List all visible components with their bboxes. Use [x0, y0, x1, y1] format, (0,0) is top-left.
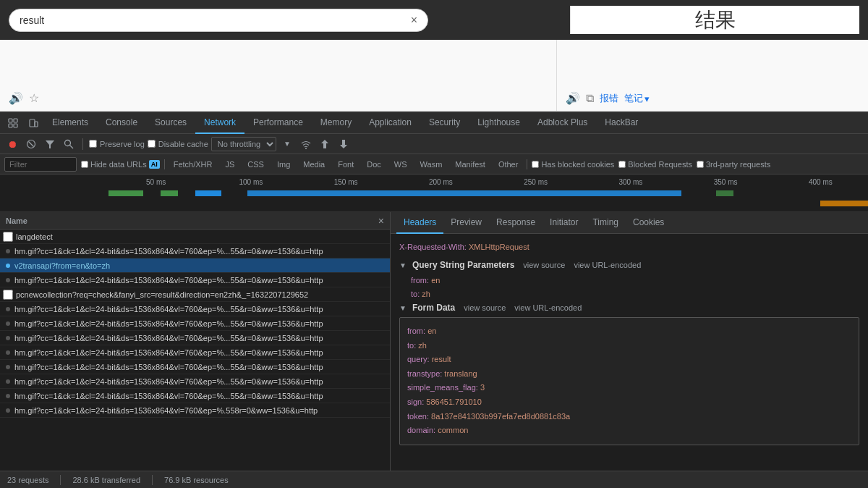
preserve-log-checkbox[interactable]: Preserve log: [89, 140, 145, 148]
filter-separator-2: [527, 159, 527, 169]
devtools-filter-bar: Hide data URLs AI Fetch/XHR JS CSS Img M…: [0, 154, 868, 174]
svg-line-7: [29, 141, 34, 146]
download-icon[interactable]: [336, 136, 352, 152]
request-checkbox-langdetect[interactable]: [3, 232, 13, 242]
throttle-select[interactable]: No throttling: [211, 137, 276, 151]
request-item-hm6[interactable]: hm.gif?cc=1&ck=1&cl=24-bit&ds=1536x864&v…: [0, 345, 390, 360]
status-transferred: 28.6 kB transferred: [72, 476, 140, 484]
header-tab-response[interactable]: Response: [489, 212, 542, 234]
form-data-transtype: transtype: translang: [407, 368, 851, 381]
sound-icon[interactable]: 🔊: [9, 91, 23, 105]
tab-lighthouse[interactable]: Lighthouse: [469, 112, 529, 134]
query-param-to: to: zh: [411, 288, 859, 300]
query-view-url-encoded-link[interactable]: view URL-encoded: [574, 261, 641, 269]
inspect-icon[interactable]: [3, 113, 23, 133]
tab-console[interactable]: Console: [97, 112, 146, 134]
tab-memory[interactable]: Memory: [312, 112, 360, 134]
header-tab-preview[interactable]: Preview: [443, 212, 489, 234]
tab-security[interactable]: Security: [420, 112, 469, 134]
request-item-hm4[interactable]: hm.gif?cc=1&ck=1&cl=24-bit&ds=1536x864&v…: [0, 316, 390, 331]
request-item-hm1[interactable]: hm.gif?cc=1&ck=1&cl=24-bit&ds=1536x864&v…: [0, 244, 390, 258]
filter-css[interactable]: CSS: [243, 159, 268, 169]
left-content: 🔊 ☆: [0, 40, 557, 111]
form-view-source-link[interactable]: view source: [464, 303, 506, 312]
record-button[interactable]: ⏺: [4, 136, 20, 152]
search-button[interactable]: [61, 136, 77, 152]
svg-rect-2: [9, 124, 12, 127]
filter-ws[interactable]: WS: [390, 159, 412, 169]
blocked-requests-checkbox[interactable]: Blocked Requests: [618, 160, 692, 169]
throttle-dropdown-icon[interactable]: ▼: [279, 136, 295, 152]
tab-network[interactable]: Network: [195, 112, 244, 134]
req-dot-10: [6, 408, 10, 413]
request-item-hm5[interactable]: hm.gif?cc=1&ck=1&cl=24-bit&ds=1536x864&v…: [0, 331, 390, 345]
svg-rect-0: [9, 119, 12, 122]
search-bar-close[interactable]: ×: [411, 14, 417, 27]
filter-js[interactable]: JS: [221, 159, 239, 169]
search-bar[interactable]: result ×: [9, 9, 428, 32]
wifi-icon[interactable]: [298, 136, 314, 152]
req-dot-9: [6, 394, 10, 398]
svg-rect-5: [35, 122, 38, 127]
close-panel-button[interactable]: ×: [378, 215, 384, 227]
form-data-sign: sign: 586451.791010: [407, 396, 851, 409]
disable-cache-checkbox[interactable]: Disable cache: [148, 140, 208, 148]
filter-doc[interactable]: Doc: [362, 159, 386, 169]
request-item-hm9[interactable]: hm.gif?cc=1&ck=1&cl=24-bit&ds=1536x864&v…: [0, 389, 390, 403]
filter-toggle-button[interactable]: [42, 136, 58, 152]
tab-application[interactable]: Application: [360, 112, 420, 134]
copy-icon[interactable]: ⧉: [586, 92, 594, 105]
filter-font[interactable]: Font: [333, 159, 358, 169]
filter-img[interactable]: Img: [273, 159, 294, 169]
request-item-hm7[interactable]: hm.gif?cc=1&ck=1&cl=24-bit&ds=1536x864&v…: [0, 360, 390, 374]
device-icon[interactable]: [23, 113, 43, 133]
form-data-query: query: result: [407, 353, 851, 366]
has-blocked-cookies-checkbox[interactable]: Has blocked cookies: [532, 160, 614, 169]
request-item-hm10[interactable]: hm.gif?cc=1&ck=1&cl=24-bit&ds=1536x864&v…: [0, 403, 390, 418]
request-item-hm3[interactable]: hm.gif?cc=1&ck=1&cl=24-bit&ds=1536x864&v…: [0, 302, 390, 316]
filter-manifest[interactable]: Manifest: [451, 159, 490, 169]
request-item-langdetect[interactable]: langdetect: [0, 230, 390, 244]
query-view-source-link[interactable]: view source: [523, 261, 565, 269]
third-party-checkbox[interactable]: 3rd-party requests: [697, 160, 770, 169]
clear-button[interactable]: [23, 136, 39, 152]
query-section-name: Query String Parameters: [412, 260, 514, 270]
header-tab-initiator[interactable]: Initiator: [542, 212, 585, 234]
request-item-hm2[interactable]: hm.gif?cc=1&ck=1&cl=24-bit&ds=1536x864&v…: [0, 273, 390, 287]
req-dot-2: [6, 278, 10, 282]
filter-media[interactable]: Media: [299, 159, 329, 169]
tab-elements[interactable]: Elements: [43, 112, 97, 134]
notes-button[interactable]: 笔记 ▾: [624, 92, 650, 105]
filter-fetch-xhr[interactable]: Fetch/XHR: [169, 159, 217, 169]
devtools-main: Name × langdetect hm.gif?cc=1&ck=1&cl=24…: [0, 212, 868, 471]
header-tab-timing[interactable]: Timing: [585, 212, 626, 234]
header-tab-headers[interactable]: Headers: [396, 212, 443, 234]
xrw-value: XMLHttpRequest: [469, 243, 529, 251]
request-item-v2transapi[interactable]: v2transapi?from=en&to=zh: [0, 258, 390, 273]
right-panel-title: 结果: [570, 6, 859, 34]
devtools: Elements Console Sources Network Perform…: [0, 112, 868, 488]
request-item-pcnewcollection[interactable]: pcnewcollection?req=check&fanyi_src=resu…: [0, 287, 390, 302]
ai-badge: AI: [149, 160, 160, 169]
tab-hackbar[interactable]: HackBar: [596, 112, 647, 134]
report-button[interactable]: 报错: [600, 92, 618, 105]
req-dot-6: [6, 350, 10, 355]
star-icon[interactable]: ☆: [29, 91, 39, 105]
right-sound-icon[interactable]: 🔊: [566, 91, 580, 105]
filter-input[interactable]: [4, 157, 77, 172]
request-item-hm8[interactable]: hm.gif?cc=1&ck=1&cl=24-bit&ds=1536x864&v…: [0, 374, 390, 389]
form-view-url-encoded-link[interactable]: view URL-encoded: [514, 303, 582, 312]
filter-other[interactable]: Other: [494, 159, 523, 169]
header-tab-cookies[interactable]: Cookies: [626, 212, 671, 234]
tab-performance[interactable]: Performance: [244, 112, 312, 134]
tab-sources[interactable]: Sources: [146, 112, 195, 134]
requests-list: langdetect hm.gif?cc=1&ck=1&cl=24-bit&ds…: [0, 230, 390, 471]
requests-header: Name ×: [0, 212, 390, 230]
headers-panel: Headers Preview Response Initiator Timin…: [391, 212, 868, 471]
svg-rect-16: [195, 190, 221, 196]
upload-icon[interactable]: [317, 136, 333, 152]
hide-data-urls-checkbox[interactable]: Hide data URLs AI: [81, 160, 160, 169]
request-checkbox-pc[interactable]: [3, 290, 13, 300]
filter-wasm[interactable]: Wasm: [416, 159, 447, 169]
tab-adblock[interactable]: Adblock Plus: [529, 112, 596, 134]
